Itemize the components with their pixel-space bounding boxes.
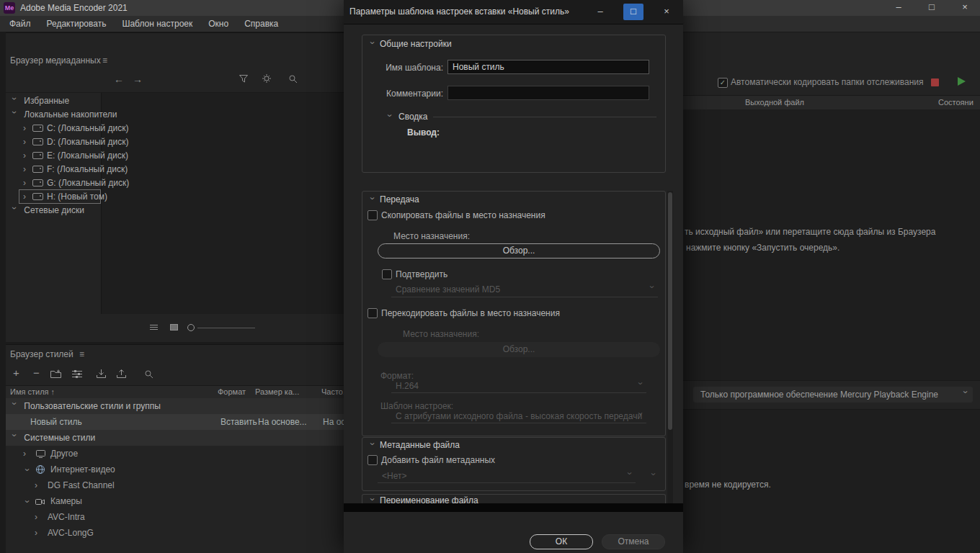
new-group-icon[interactable] (50, 369, 61, 378)
tree-item-drive-c[interactable]: ›C: (Локальный диск) (23, 122, 129, 135)
minimize-button[interactable]: – (886, 0, 911, 16)
verify-checkbox[interactable] (382, 269, 392, 279)
expander-icon[interactable]: › (6, 403, 22, 410)
browse-button[interactable]: Обзор... (378, 243, 660, 258)
remove-preset-icon[interactable]: − (33, 367, 40, 379)
preset-folder-avc-intra[interactable]: › AVC-Intra (6, 509, 344, 525)
preset-group-user[interactable]: › Пользовательские стили и группы (6, 398, 344, 414)
export-preset-icon[interactable] (117, 369, 126, 378)
ok-button[interactable]: ОК (530, 534, 593, 549)
panel-menu-icon[interactable]: ≡ (102, 55, 107, 66)
back-icon[interactable]: ← (114, 73, 124, 85)
thumbnail-view-icon[interactable] (170, 324, 178, 331)
preset-folder-other[interactable]: › Другое (6, 446, 344, 462)
watch-folder-checkbox[interactable]: ✓ (718, 78, 728, 88)
expander-icon[interactable]: › (35, 509, 42, 525)
expander-icon[interactable]: › (35, 477, 42, 493)
expander-icon[interactable]: › (23, 122, 30, 135)
cancel-button[interactable]: Отмена (602, 534, 665, 549)
file-metadata-header[interactable]: Метаданные файла (380, 440, 460, 450)
search-icon[interactable] (144, 369, 153, 379)
expander-icon[interactable]: › (23, 149, 30, 163)
zoom-slider-knob[interactable] (187, 324, 195, 331)
stop-queue-icon[interactable] (931, 78, 939, 86)
general-settings-header[interactable]: Общие настройки (380, 39, 452, 49)
monitor-icon (36, 450, 45, 458)
menu-preset[interactable]: Шаблон настроек (114, 16, 200, 32)
preset-folder-avc-longg[interactable]: › AVC-LongG (6, 525, 344, 541)
tree-item-local-drives[interactable]: › Локальные накопители (10, 108, 117, 122)
collapse-icon[interactable]: › (368, 443, 378, 450)
expander-icon[interactable]: › (6, 434, 22, 441)
panel-menu-icon[interactable]: ≡ (79, 349, 84, 359)
preset-folder-cameras[interactable]: › Камеры (6, 493, 344, 509)
column-output-file[interactable]: Выходной файл (745, 98, 804, 107)
menu-help[interactable]: Справка (236, 16, 286, 32)
dialog-close-button[interactable]: × (654, 0, 680, 24)
tree-item-drive-g[interactable]: ›G: (Локальный диск) (23, 176, 129, 190)
expander-icon[interactable]: › (23, 446, 30, 462)
renderer-select[interactable]: Только программное обеспечение Mercury P… (693, 387, 973, 403)
filter-icon[interactable] (239, 75, 248, 83)
queue-drop-area[interactable]: ть исходный файл» или перетащите сюда фа… (683, 109, 980, 380)
add-preset-icon[interactable]: + (13, 367, 19, 379)
search-icon[interactable] (288, 74, 298, 84)
transcode-checkbox[interactable] (368, 308, 378, 318)
summary-header[interactable]: Сводка (398, 112, 428, 122)
list-view-icon[interactable] (150, 324, 158, 331)
add-metadata-checkbox[interactable] (368, 455, 378, 465)
scrollbar-thumb[interactable] (668, 192, 672, 430)
expander-icon[interactable]: › (7, 97, 21, 104)
preset-folder-dg-fast-channel[interactable]: › DG Fast Channel (6, 477, 344, 493)
tree-item-drive-h[interactable]: ›H: (Новый том) (23, 190, 107, 204)
dialog-minimize-button[interactable]: – (589, 0, 612, 24)
expander-icon[interactable]: › (23, 135, 30, 149)
expander-icon[interactable]: › (19, 500, 35, 508)
expander-icon[interactable]: › (23, 190, 30, 204)
expander-icon[interactable]: › (7, 111, 21, 118)
tree-item-network-drives[interactable]: › Сетевые диски (10, 204, 84, 217)
close-button[interactable]: × (953, 0, 977, 16)
collapse-icon[interactable]: › (385, 114, 395, 122)
expander-icon[interactable]: › (23, 163, 30, 176)
zoom-slider-track[interactable] (197, 328, 255, 328)
expander-icon[interactable]: › (23, 176, 30, 190)
tree-item-drive-f[interactable]: ›F: (Локальный диск) (23, 163, 128, 176)
menu-window[interactable]: Окно (200, 16, 236, 32)
expander-icon[interactable]: › (19, 469, 35, 476)
preset-settings-icon[interactable] (72, 369, 82, 378)
menu-edit[interactable]: Редактировать (39, 16, 115, 32)
preset-group-system[interactable]: › Системные стили (6, 430, 344, 446)
dialog-scrollbar[interactable] (667, 191, 673, 504)
preset-name-input[interactable] (447, 60, 649, 74)
column-name[interactable]: Имя стиля ↑ (10, 387, 55, 396)
tree-item-drive-d[interactable]: ›D: (Локальный диск) (23, 135, 129, 149)
output-label: Вывод: (407, 127, 440, 138)
preset-folder-web-video[interactable]: › Интернет-видео (6, 462, 344, 477)
transfer-header[interactable]: Передача (380, 194, 419, 204)
tree-item-drive-e[interactable]: ›E: (Локальный диск) (23, 149, 128, 163)
menu-file[interactable]: Файл (1, 16, 39, 32)
view-options-icon[interactable] (262, 74, 271, 83)
tree-item-favorites[interactable]: › Избранные (10, 94, 69, 108)
media-browser-title[interactable]: Браузер медиаданных (10, 55, 101, 66)
column-format[interactable]: Формат (218, 387, 246, 396)
forward-icon[interactable]: → (133, 73, 143, 85)
comments-input[interactable] (447, 86, 649, 100)
collapse-icon[interactable]: › (368, 197, 378, 204)
collapse-icon[interactable]: › (368, 42, 378, 49)
expander-icon[interactable]: › (35, 525, 42, 541)
dialog-maximize-button[interactable]: □ (623, 4, 643, 20)
preset-browser-title[interactable]: Браузер стилей (10, 349, 74, 359)
metadata-options-icon: › (649, 473, 659, 480)
dialog-separator (344, 503, 683, 512)
maximize-button[interactable]: □ (919, 0, 944, 16)
column-frame-size[interactable]: Размер ка... (255, 387, 299, 396)
copy-files-checkbox[interactable] (368, 210, 378, 220)
queue-column-headers: Выходной файл Состояни (683, 95, 980, 111)
import-preset-icon[interactable] (97, 369, 106, 378)
preset-row-new-style[interactable]: Новый стиль Вставить На основе... На ос.… (6, 414, 344, 430)
expander-icon[interactable]: › (7, 207, 21, 214)
column-status[interactable]: Состояни (938, 98, 974, 107)
start-queue-icon[interactable] (958, 77, 966, 86)
